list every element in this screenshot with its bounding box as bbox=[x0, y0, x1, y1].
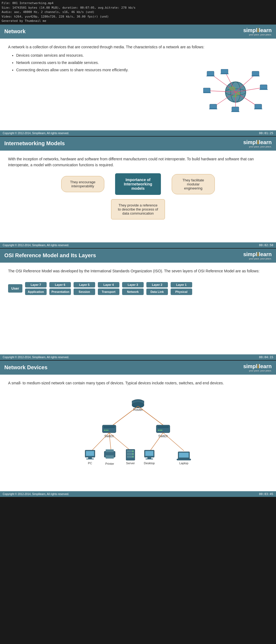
osi-user-label: User bbox=[8, 284, 22, 293]
file-info-line1: File: 001 Internetworking.mp4 bbox=[2, 1, 274, 6]
svg-rect-20 bbox=[254, 109, 262, 109]
file-info-line4: Video: h264, yuv420p, 1280x720, 228 kb/s… bbox=[2, 15, 274, 19]
svg-text:Desktop: Desktop bbox=[144, 462, 155, 465]
switch-left-group: Switch bbox=[102, 425, 116, 438]
layer-2-num: Layer 2 bbox=[146, 282, 168, 287]
svg-point-45 bbox=[160, 430, 161, 431]
layer-6-name: Presentation bbox=[49, 289, 71, 295]
layer-5-num: Layer 5 bbox=[74, 282, 95, 287]
slide1-title: Network bbox=[4, 28, 26, 35]
slide1-layout: A network is a collection of devices tha… bbox=[8, 44, 268, 115]
importance-box1: They encourage interoperability bbox=[61, 176, 104, 192]
layer-7-num: Layer 7 bbox=[25, 282, 47, 287]
svg-line-50 bbox=[109, 433, 131, 451]
layer-6-group: Layer 6 Presentation bbox=[49, 282, 71, 295]
slide-network: Network simplilearn your pace. your plac… bbox=[0, 25, 276, 136]
svg-rect-23 bbox=[231, 111, 239, 112]
importance-top-row: They encourage interoperability Importan… bbox=[8, 173, 268, 195]
svg-rect-19 bbox=[255, 104, 262, 109]
slide2-logo: simplilearn your pace. your place. bbox=[243, 139, 272, 148]
osi-layers-container: User Layer 7 Application Layer 6 Present… bbox=[8, 279, 268, 298]
svg-point-44 bbox=[158, 430, 159, 431]
slide3-timestamp: 00:04:15 bbox=[259, 355, 273, 359]
svg-line-52 bbox=[163, 433, 184, 451]
svg-point-38 bbox=[104, 430, 105, 431]
layer-4-name: Transport bbox=[98, 289, 119, 295]
slide4-title: Network Devices bbox=[4, 364, 47, 371]
svg-rect-56 bbox=[86, 459, 94, 459]
svg-point-67 bbox=[132, 453, 133, 455]
server-icon: Server bbox=[126, 449, 135, 465]
layer-7-group: Layer 7 Application bbox=[25, 282, 47, 295]
printer-icon: Printer bbox=[104, 449, 115, 465]
slide3-content: The OSI Reference Model was developed by… bbox=[0, 263, 276, 354]
svg-rect-11 bbox=[220, 73, 229, 74]
slide2-footer: Copyright © 2012-2014, Simplilearn, All … bbox=[0, 242, 276, 248]
slide1-intro: A network is a collection of devices tha… bbox=[8, 44, 268, 50]
svg-rect-37 bbox=[104, 426, 115, 428]
svg-rect-71 bbox=[145, 451, 153, 456]
router-group: Router bbox=[132, 399, 144, 412]
slide2-intro: With the inception of networks, hardware… bbox=[8, 156, 268, 168]
slide3-header: OSI Reference Model and Its Layers simpl… bbox=[0, 249, 276, 263]
slide3-copyright: Copyright © 2012-2014, Simplilearn, All … bbox=[3, 356, 69, 359]
bullet-2: Network connects users to the available … bbox=[16, 60, 268, 66]
layer-3-group: Layer 3 Network bbox=[122, 282, 144, 295]
slide4-footer: Copyright © 2012-2014, Simplilearn, All … bbox=[0, 491, 276, 497]
svg-point-66 bbox=[132, 451, 133, 452]
slide4-logo: simplilearn your pace. your place. bbox=[243, 363, 272, 372]
importance-diagram: They encourage interoperability Importan… bbox=[8, 173, 268, 219]
layer-5-name: Session bbox=[74, 289, 95, 295]
layer-3-num: Layer 3 bbox=[122, 282, 144, 287]
svg-text:Laptop: Laptop bbox=[179, 462, 188, 465]
svg-rect-22 bbox=[232, 107, 239, 111]
importance-box3: They provide a reference to describe the… bbox=[111, 199, 165, 219]
slide-network-devices: Network Devices simplilearn your pace. y… bbox=[0, 361, 276, 497]
svg-point-68 bbox=[132, 456, 133, 457]
svg-rect-54 bbox=[86, 451, 94, 456]
importance-box2: They facilitate modular engineering bbox=[172, 174, 215, 194]
bullet-1: Devices contain services and resources. bbox=[16, 53, 268, 58]
svg-text:Router: Router bbox=[133, 408, 143, 412]
slide1-timestamp: 00:01:25 bbox=[259, 131, 273, 135]
svg-rect-72 bbox=[147, 457, 151, 459]
slide-osi: OSI Reference Model and Its Layers simpl… bbox=[0, 249, 276, 360]
layer-4-group: Layer 4 Transport bbox=[98, 282, 119, 295]
svg-point-40 bbox=[107, 430, 108, 431]
svg-point-39 bbox=[106, 430, 107, 431]
slide3-footer: Copyright © 2012-2014, Simplilearn, All … bbox=[0, 354, 276, 360]
svg-rect-76 bbox=[179, 453, 189, 457]
switch-right-group: Switch bbox=[156, 425, 170, 438]
svg-rect-73 bbox=[146, 459, 153, 459]
network-devices-diagram: Router Switch bbox=[8, 391, 268, 483]
svg-rect-8 bbox=[206, 76, 215, 76]
svg-line-48 bbox=[92, 433, 109, 451]
slide1-content: A network is a collection of devices tha… bbox=[0, 39, 276, 130]
layer-1-group: Layer 1 Physical bbox=[171, 282, 192, 295]
desktop-icon: Desktop bbox=[144, 450, 155, 465]
svg-rect-60 bbox=[106, 455, 114, 459]
slide3-intro: The OSI Reference Model was developed by… bbox=[8, 268, 268, 274]
layer-1-name: Physical bbox=[171, 289, 192, 295]
svg-rect-55 bbox=[88, 457, 92, 459]
slide2-header: Internetworking Models simplilearn your … bbox=[0, 137, 276, 151]
svg-text:Server: Server bbox=[126, 462, 135, 465]
layer-4-num: Layer 4 bbox=[98, 282, 119, 287]
svg-point-32 bbox=[132, 402, 144, 408]
slide1-footer: Copyright © 2012-2014, Simplilearn, All … bbox=[0, 130, 276, 136]
devices-svg: Router Switch bbox=[73, 391, 203, 483]
slide4-timestamp: 00:03:45 bbox=[259, 492, 273, 496]
svg-line-51 bbox=[150, 433, 163, 451]
svg-rect-26 bbox=[209, 109, 217, 109]
slide2-content: With the inception of networks, hardware… bbox=[0, 151, 276, 242]
svg-rect-7 bbox=[207, 71, 214, 76]
svg-rect-14 bbox=[251, 76, 260, 76]
svg-rect-77 bbox=[177, 459, 191, 460]
slide4-copyright: Copyright © 2012-2014, Simplilearn, All … bbox=[3, 493, 69, 496]
slide1-logo: simplilearn your pace. your place. bbox=[243, 27, 272, 36]
layer-5-group: Layer 5 Session bbox=[74, 282, 95, 295]
svg-point-5 bbox=[233, 95, 237, 97]
slide1-header: Network simplilearn your pace. your plac… bbox=[0, 25, 276, 39]
slide2-timestamp: 00:02:50 bbox=[259, 243, 273, 247]
file-info-bar: File: 001 Internetworking.mp4 Size: 1474… bbox=[0, 0, 276, 25]
